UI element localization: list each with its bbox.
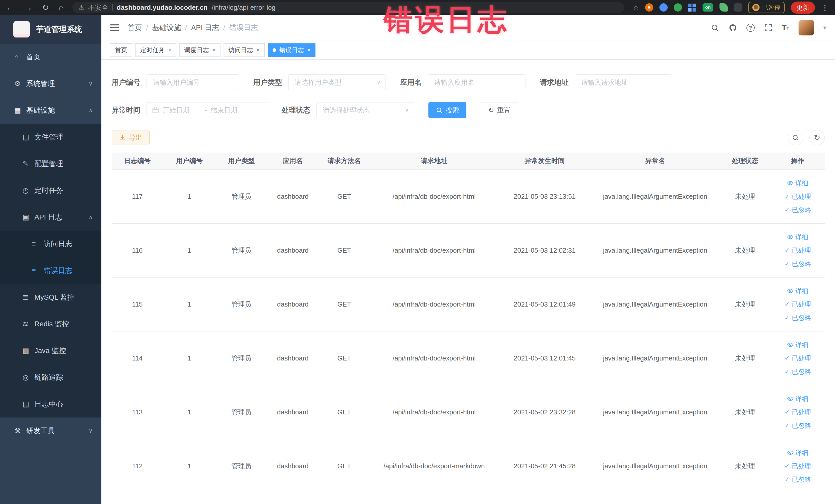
breadcrumb-home[interactable]: 首页 — [127, 23, 142, 33]
extension-leaf-icon[interactable] — [719, 3, 728, 12]
sidebar-item-config-management[interactable]: ✎ 配置管理 — [0, 150, 101, 177]
github-icon[interactable] — [729, 23, 737, 32]
eye-icon — [787, 342, 793, 348]
sidebar-item-error-log[interactable]: ≡ 错误日志 — [0, 257, 101, 284]
paused-label: 已暂停 — [762, 3, 780, 12]
ignored-link[interactable]: ✓已忽略 — [773, 365, 822, 378]
processed-link[interactable]: ✓已处理 — [773, 244, 822, 257]
ignored-link[interactable]: ✓已忽略 — [773, 203, 822, 217]
sidebar-item-trace[interactable]: ◎ 链路追踪 — [0, 364, 101, 391]
table-row: 115 1 管理员 dashboard GET /api/infra/db-do… — [111, 277, 825, 331]
export-button[interactable]: 导出 — [111, 130, 150, 145]
browser-home-icon[interactable]: ⌂ — [59, 3, 64, 12]
tab-access-log[interactable]: 访问日志 × — [224, 43, 265, 57]
extension-grid-icon[interactable] — [688, 3, 696, 12]
document-icon: ≡ — [32, 240, 44, 248]
ignored-link[interactable]: ✓已忽略 — [773, 311, 822, 324]
check-icon: ✓ — [785, 405, 790, 419]
check-icon: ✓ — [785, 473, 790, 486]
sidebar-item-log-center[interactable]: ▤ 日志中心 — [0, 391, 101, 418]
sidebar-toggle-icon[interactable] — [110, 24, 119, 31]
sidebar-item-system-management[interactable]: ⚙ 系统管理 ∨ — [0, 70, 101, 97]
address-bar[interactable]: ⚠ 不安全 dashboard.yudao.iocoder.cn /infra/… — [73, 2, 624, 13]
ignored-link[interactable]: ✓已忽略 — [773, 257, 822, 270]
user-id-input[interactable] — [147, 75, 239, 90]
detail-link[interactable]: 详细 — [773, 338, 822, 351]
tab-schedule-log[interactable]: 调度日志 × — [179, 43, 221, 57]
sidebar-item-dev-tools[interactable]: ⚒ 研发工具 ∨ — [0, 418, 101, 444]
tab-scheduled-tasks[interactable]: 定时任务 × — [135, 43, 176, 57]
app-name-input[interactable] — [428, 75, 526, 90]
detail-link[interactable]: 详细 — [773, 284, 822, 298]
close-icon[interactable]: × — [212, 46, 216, 54]
font-size-icon[interactable]: TT — [782, 23, 789, 32]
extension-drop-icon[interactable] — [659, 3, 668, 12]
sidebar-item-java-monitor[interactable]: ▥ Java 监控 — [0, 337, 101, 364]
extension-green-icon[interactable] — [674, 3, 682, 12]
ignored-link[interactable]: ✓已忽略 — [773, 473, 822, 486]
exception-time-range-picker[interactable]: - — [147, 102, 267, 118]
browser-back-icon[interactable]: ← — [6, 3, 14, 12]
reset-button[interactable]: ↻ 重置 — [481, 102, 518, 118]
toggle-search-button[interactable] — [788, 130, 803, 145]
sidebar-item-infrastructure[interactable]: ▦ 基础设施 ∧ — [0, 97, 101, 124]
breadcrumb: 首页 / 基础设施 / API 日志 / 错误日志 — [127, 23, 258, 33]
tampermonkey-paused-badge[interactable]: 已暂停 — [748, 2, 785, 13]
sidebar-item-home[interactable]: ⌂ 首页 — [0, 44, 101, 70]
processed-link[interactable]: ✓已处理 — [773, 405, 822, 419]
sidebar-item-api-log[interactable]: ▣ API 日志 ∧ — [0, 204, 101, 230]
sidebar-item-mysql-monitor[interactable]: ≣ MySQL 监控 — [0, 284, 101, 311]
tab-home[interactable]: 首页 — [110, 43, 132, 57]
close-icon[interactable]: × — [168, 46, 171, 54]
breadcrumb-api-log[interactable]: API 日志 — [191, 23, 219, 33]
table-row: 117 1 管理员 dashboard GET /api/infra/db-do… — [111, 169, 825, 223]
end-date-input[interactable] — [211, 106, 249, 114]
ignored-link[interactable]: ✓已忽略 — [773, 419, 822, 432]
close-icon[interactable]: × — [307, 46, 311, 54]
refresh-table-button[interactable]: ↻ — [809, 130, 825, 145]
check-icon: ✓ — [785, 419, 790, 432]
sidebar-item-file-management[interactable]: ▤ 文件管理 — [0, 124, 101, 150]
browser-reload-icon[interactable]: ↻ — [42, 3, 49, 12]
breadcrumb-infrastructure[interactable]: 基础设施 — [152, 23, 181, 33]
processed-link[interactable]: ✓已处理 — [773, 459, 822, 473]
chevron-down-icon: ∨ — [88, 427, 93, 434]
search-button[interactable]: 搜索 — [428, 102, 466, 118]
browser-menu-icon[interactable]: ⋮ — [821, 3, 829, 12]
search-icon[interactable] — [711, 23, 719, 32]
user-avatar[interactable] — [798, 20, 814, 36]
processed-link[interactable]: ✓已处理 — [773, 298, 822, 311]
browser-forward-icon[interactable]: → — [24, 3, 32, 12]
extension-on-badge[interactable]: on — [702, 3, 713, 12]
extension-pin-icon[interactable] — [734, 3, 742, 12]
browser-update-button[interactable]: 更新 — [791, 2, 815, 14]
user-type-select[interactable] — [288, 75, 386, 90]
detail-link[interactable]: 详细 — [773, 446, 822, 459]
process-status-select[interactable] — [317, 102, 414, 118]
app-logo[interactable]: 芋道管理系统 — [0, 15, 101, 44]
table-row: 112 1 管理员 dashboard GET /api/infra/db-do… — [111, 439, 825, 493]
sidebar-item-redis-monitor[interactable]: ≋ Redis 监控 — [0, 311, 101, 337]
detail-link[interactable]: 详细 — [773, 176, 822, 190]
app-title: 芋道管理系统 — [36, 24, 82, 35]
detail-link[interactable]: 详细 — [773, 230, 822, 244]
bookmark-star-icon[interactable]: ☆ — [633, 4, 639, 12]
sidebar-item-scheduled-tasks[interactable]: ◷ 定时任务 — [0, 177, 101, 204]
home-icon: ⌂ — [14, 53, 26, 61]
sidebar-item-access-log[interactable]: ≡ 访问日志 — [0, 230, 101, 257]
security-warning-icon: ⚠ — [79, 4, 84, 11]
detail-link[interactable]: 详细 — [773, 392, 822, 405]
help-icon[interactable]: ? — [747, 24, 755, 32]
chevron-up-icon: ∧ — [88, 214, 93, 221]
fullscreen-icon[interactable] — [764, 23, 773, 32]
extension-adblock-icon[interactable] — [645, 3, 653, 12]
tab-error-log[interactable]: 错误日志 × — [268, 43, 315, 57]
user-id-label: 用户编号 — [111, 78, 140, 87]
monkey-icon — [752, 4, 759, 11]
start-date-input[interactable] — [163, 106, 201, 114]
request-url-input[interactable] — [575, 75, 672, 90]
avatar-caret-down-icon[interactable]: ▾ — [823, 24, 826, 31]
processed-link[interactable]: ✓已处理 — [773, 351, 822, 365]
close-icon[interactable]: × — [256, 46, 260, 54]
processed-link[interactable]: ✓已处理 — [773, 190, 822, 203]
